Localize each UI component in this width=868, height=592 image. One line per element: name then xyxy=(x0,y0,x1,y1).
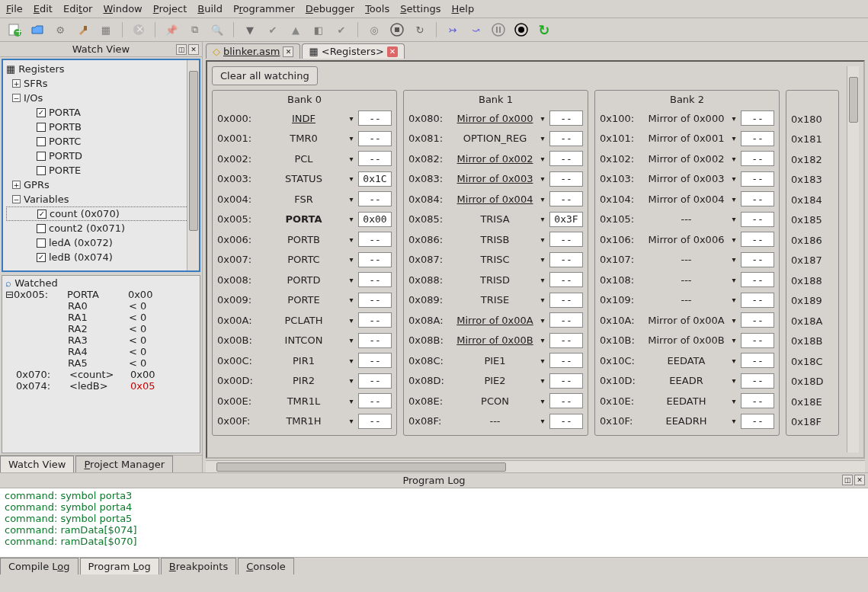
register-value[interactable]: -- xyxy=(549,131,583,146)
register-name[interactable]: Mirror of 0x001 xyxy=(642,133,730,144)
dropdown-icon[interactable]: ▾ xyxy=(730,255,738,264)
ledB-checkbox[interactable] xyxy=(37,253,46,262)
registers-tree[interactable]: ▦Registers +SFRs −I/Os PORTA PORTB PORTC… xyxy=(2,59,200,272)
tab-registers[interactable]: ▦<Registers>✕ xyxy=(302,43,404,59)
menu-tools[interactable]: Tools xyxy=(365,3,389,14)
register-value[interactable]: -- xyxy=(741,131,774,146)
register-value[interactable]: -- xyxy=(741,312,774,328)
register-value[interactable]: -- xyxy=(741,293,774,308)
check-icon[interactable]: ✔ xyxy=(264,21,281,38)
register-name[interactable]: TMR0 xyxy=(260,133,348,144)
register-name[interactable]: TRISE xyxy=(451,294,539,306)
dropdown-icon[interactable]: ▾ xyxy=(730,357,738,365)
dropdown-icon[interactable]: ▾ xyxy=(730,134,738,142)
dropdown-icon[interactable]: ▾ xyxy=(348,296,355,304)
clear-all-watching-button[interactable]: Clear all watching xyxy=(212,66,318,85)
menu-settings[interactable]: Settings xyxy=(400,3,440,14)
count2-checkbox[interactable] xyxy=(37,224,46,233)
portd-checkbox[interactable] xyxy=(37,152,46,161)
detach-icon[interactable]: ◫ xyxy=(842,475,853,485)
tab-program-log[interactable]: Program Log xyxy=(80,558,159,574)
register-name[interactable]: INTCON xyxy=(260,334,348,346)
new-file-icon[interactable]: + xyxy=(6,21,23,38)
dropdown-icon[interactable]: ▾ xyxy=(348,195,355,203)
register-name[interactable]: PIR2 xyxy=(260,375,348,386)
register-name[interactable]: Mirror of 0x003 xyxy=(642,173,730,184)
dropdown-icon[interactable]: ▾ xyxy=(348,215,355,223)
close-tab-icon[interactable]: ✕ xyxy=(283,46,293,57)
register-name[interactable]: TMR1L xyxy=(260,395,348,407)
register-value[interactable]: -- xyxy=(549,171,583,187)
register-name[interactable]: --- xyxy=(642,274,730,286)
register-value[interactable]: -- xyxy=(549,232,583,247)
register-value[interactable]: -- xyxy=(741,414,774,429)
record-icon[interactable] xyxy=(513,21,530,38)
portb-checkbox[interactable] xyxy=(37,123,46,132)
dropdown-icon[interactable]: ▾ xyxy=(730,215,738,223)
register-value[interactable]: -- xyxy=(358,353,392,368)
menu-file[interactable]: File xyxy=(6,3,23,14)
register-value[interactable]: -- xyxy=(741,212,774,227)
register-value[interactable]: -- xyxy=(358,272,392,287)
register-value[interactable]: 0x1C xyxy=(358,171,392,187)
register-name[interactable]: EEDATH xyxy=(642,395,730,407)
dropdown-icon[interactable]: ▾ xyxy=(730,235,738,244)
register-name[interactable]: TRISA xyxy=(451,213,539,225)
register-name[interactable]: PCON xyxy=(451,395,539,407)
dropdown-icon[interactable]: ▾ xyxy=(348,276,355,284)
dropdown-icon[interactable]: ▾ xyxy=(348,336,355,344)
register-value[interactable]: -- xyxy=(741,272,774,287)
menu-build[interactable]: Build xyxy=(197,3,223,14)
register-name[interactable]: PIE2 xyxy=(451,375,539,386)
register-name[interactable]: Mirror of 0x006 xyxy=(642,234,730,245)
register-value[interactable]: -- xyxy=(741,151,774,166)
dropdown-icon[interactable]: ▾ xyxy=(730,276,738,284)
register-name[interactable]: Mirror of 0x002 xyxy=(451,153,539,165)
close-panel-icon[interactable]: ✕ xyxy=(188,44,199,55)
dropdown-icon[interactable]: ▾ xyxy=(730,195,738,203)
menu-editor[interactable]: Editor xyxy=(63,3,93,14)
regview-vscroll[interactable] xyxy=(847,66,859,453)
register-value[interactable]: 0x3F xyxy=(549,212,583,227)
dropdown-icon[interactable]: ▾ xyxy=(348,357,355,365)
register-name[interactable]: PORTC xyxy=(260,254,348,265)
register-name[interactable]: PORTD xyxy=(260,274,348,286)
menu-programmer[interactable]: Programmer xyxy=(233,3,295,14)
register-name[interactable]: Mirror of 0x002 xyxy=(642,153,730,165)
copy-icon[interactable]: ⧉ xyxy=(186,21,203,38)
register-value[interactable]: -- xyxy=(549,414,583,429)
register-value[interactable]: -- xyxy=(358,373,392,389)
portc-checkbox[interactable] xyxy=(37,137,46,146)
register-name[interactable]: TMR1H xyxy=(260,415,348,427)
dropdown-icon[interactable]: ▾ xyxy=(348,417,355,425)
register-value[interactable]: -- xyxy=(741,373,774,389)
register-name[interactable]: PORTE xyxy=(260,294,348,306)
menu-help[interactable]: Help xyxy=(452,3,475,14)
check2-icon[interactable]: ✔ xyxy=(333,21,350,38)
dropdown-icon[interactable]: ▾ xyxy=(539,255,546,264)
register-value[interactable]: -- xyxy=(358,333,392,348)
ledA-checkbox[interactable] xyxy=(37,238,46,248)
dropdown-icon[interactable]: ▾ xyxy=(539,417,546,425)
register-name[interactable]: PCL xyxy=(260,153,348,165)
register-name[interactable]: PIR1 xyxy=(260,355,348,366)
dropdown-icon[interactable]: ▾ xyxy=(539,134,546,142)
search-icon[interactable]: 🔍 xyxy=(209,21,226,38)
register-value[interactable]: -- xyxy=(358,110,392,126)
register-value[interactable]: -- xyxy=(549,353,583,368)
tab-console[interactable]: Console xyxy=(238,558,294,574)
register-value[interactable]: -- xyxy=(549,393,583,408)
dropdown-icon[interactable]: ▾ xyxy=(348,397,355,405)
dropdown-icon[interactable]: ▾ xyxy=(730,316,738,325)
register-name[interactable]: TRISC xyxy=(451,254,539,265)
register-value[interactable]: -- xyxy=(549,312,583,328)
menu-project[interactable]: Project xyxy=(153,3,187,14)
dropdown-icon[interactable]: ▾ xyxy=(730,296,738,304)
register-name[interactable]: Mirror of 0x00B xyxy=(451,334,539,346)
register-name[interactable]: FSR xyxy=(260,194,348,205)
register-value[interactable]: -- xyxy=(741,191,774,206)
register-value[interactable]: -- xyxy=(549,110,583,126)
register-value[interactable]: -- xyxy=(741,353,774,368)
dropdown-icon[interactable]: ▾ xyxy=(730,155,738,163)
porte-checkbox[interactable] xyxy=(37,166,46,175)
